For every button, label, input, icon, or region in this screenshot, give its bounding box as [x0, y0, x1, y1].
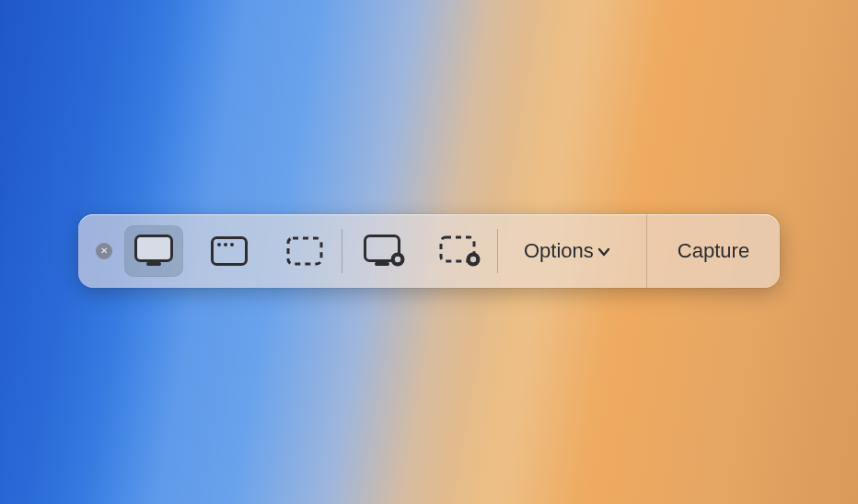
mode-group-record — [355, 225, 490, 277]
close-icon — [96, 243, 112, 259]
capture-selected-portion-button[interactable] — [275, 225, 334, 277]
screenshot-toolbar: Options Capture — [78, 214, 780, 288]
svg-rect-6 — [288, 238, 321, 264]
separator — [497, 229, 498, 273]
selection-record-icon — [439, 235, 481, 267]
svg-rect-1 — [146, 262, 161, 266]
capture-button[interactable]: Capture — [646, 214, 780, 288]
options-label: Options — [524, 239, 594, 263]
svg-rect-8 — [375, 262, 389, 266]
record-entire-screen-button[interactable] — [355, 225, 414, 277]
svg-point-10 — [395, 257, 400, 262]
capture-label: Capture — [678, 239, 749, 263]
capture-entire-screen-button[interactable] — [124, 225, 183, 277]
window-icon — [211, 236, 248, 266]
mode-group-screenshot — [124, 225, 334, 277]
close-button[interactable] — [89, 236, 119, 266]
svg-point-13 — [470, 257, 476, 262]
capture-selected-window-button[interactable] — [200, 225, 259, 277]
screen-icon — [134, 235, 173, 268]
selection-icon — [286, 236, 323, 266]
desktop-background: Options Capture — [0, 0, 858, 504]
svg-point-3 — [217, 243, 221, 246]
record-selected-portion-button[interactable] — [431, 225, 490, 277]
screen-record-icon — [364, 235, 406, 268]
options-dropdown[interactable]: Options — [505, 214, 623, 288]
separator — [342, 229, 342, 273]
svg-point-5 — [230, 243, 234, 246]
svg-rect-2 — [213, 238, 247, 265]
svg-rect-0 — [136, 236, 172, 261]
svg-point-4 — [224, 243, 227, 246]
chevron-down-icon — [597, 247, 610, 257]
